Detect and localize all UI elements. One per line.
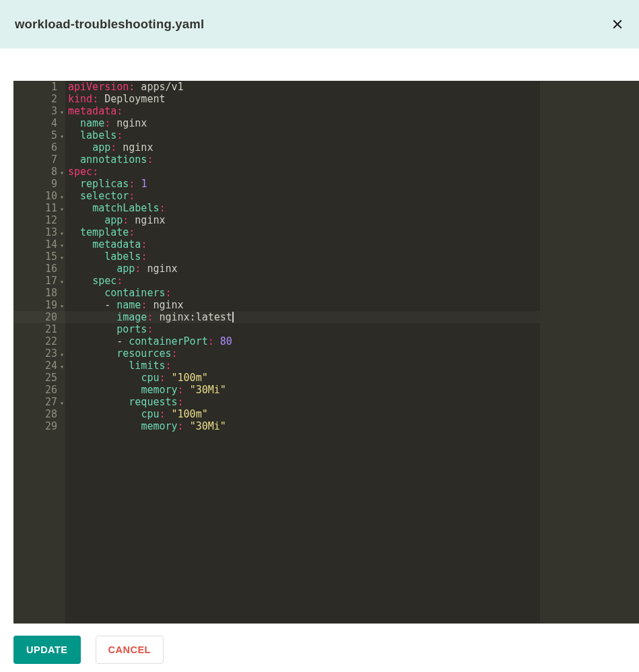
code-line[interactable]: ports: bbox=[65, 323, 540, 335]
line-number[interactable]: 13▾ bbox=[13, 226, 65, 238]
line-number[interactable]: 18 bbox=[13, 287, 65, 299]
code-line[interactable]: image: nginx:latest bbox=[65, 311, 540, 323]
dialog-title: workload-troubleshooting.yaml bbox=[15, 17, 204, 32]
code-line[interactable]: template: bbox=[65, 226, 540, 238]
dialog-buttons: UPDATE CANCEL bbox=[0, 624, 639, 664]
code-line[interactable]: containers: bbox=[65, 287, 540, 299]
line-number[interactable]: 28 bbox=[13, 408, 65, 420]
line-number[interactable]: 7 bbox=[13, 154, 65, 166]
line-number[interactable]: 1 bbox=[13, 81, 65, 93]
line-number[interactable]: 10▾ bbox=[13, 190, 65, 202]
text-cursor bbox=[232, 312, 234, 323]
code-line[interactable]: metadata: bbox=[65, 238, 540, 250]
code-area[interactable]: apiVersion: apps/v1kind: Deploymentmetad… bbox=[65, 81, 540, 624]
code-line[interactable]: app: nginx bbox=[65, 141, 540, 154]
line-number[interactable]: 26 bbox=[13, 384, 65, 396]
code-line[interactable]: kind: Deployment bbox=[65, 93, 540, 105]
code-line[interactable]: resources: bbox=[65, 347, 540, 360]
code-line[interactable]: app: nginx bbox=[65, 263, 540, 275]
code-line[interactable]: name: nginx bbox=[65, 117, 540, 129]
code-line[interactable]: replicas: 1 bbox=[65, 178, 540, 190]
line-number[interactable]: 8▾ bbox=[13, 166, 65, 178]
dialog-header: workload-troubleshooting.yaml bbox=[0, 0, 639, 48]
code-line[interactable]: limits: bbox=[65, 360, 540, 372]
code-line[interactable]: - containerPort: 80 bbox=[65, 335, 540, 347]
code-line[interactable]: selector: bbox=[65, 190, 540, 202]
code-line[interactable]: memory: "30Mi" bbox=[65, 384, 540, 396]
code-line[interactable]: spec: bbox=[65, 166, 540, 178]
code-line[interactable]: cpu: "100m" bbox=[65, 408, 540, 420]
line-number[interactable]: 24▾ bbox=[13, 360, 65, 372]
editor-right-margin bbox=[540, 81, 639, 624]
line-number[interactable]: 19▾ bbox=[13, 299, 65, 311]
code-line[interactable]: labels: bbox=[65, 129, 540, 141]
code-line[interactable]: annotations: bbox=[65, 154, 540, 166]
line-number[interactable]: 27▾ bbox=[13, 396, 65, 408]
line-number[interactable]: 15▾ bbox=[13, 250, 65, 263]
line-number[interactable]: 14▾ bbox=[13, 238, 65, 250]
cancel-button[interactable]: CANCEL bbox=[96, 636, 164, 664]
line-number[interactable]: 25 bbox=[13, 372, 65, 384]
editor-container: 123▾45▾678▾910▾11▾1213▾14▾15▾1617▾1819▾2… bbox=[0, 81, 639, 624]
code-line[interactable]: apiVersion: apps/v1 bbox=[65, 81, 540, 93]
code-line[interactable]: app: nginx bbox=[65, 214, 540, 226]
line-number[interactable]: 20 bbox=[13, 311, 65, 323]
update-button[interactable]: UPDATE bbox=[13, 636, 81, 664]
line-number[interactable]: 22 bbox=[13, 335, 65, 347]
code-line[interactable]: requests: bbox=[65, 396, 540, 408]
line-number[interactable]: 29 bbox=[13, 420, 65, 432]
code-line[interactable]: matchLabels: bbox=[65, 202, 540, 214]
code-line[interactable]: - name: nginx bbox=[65, 299, 540, 311]
line-number[interactable]: 11▾ bbox=[13, 202, 65, 214]
line-number[interactable]: 2 bbox=[13, 93, 65, 105]
line-number[interactable]: 9 bbox=[13, 178, 65, 190]
close-icon[interactable] bbox=[611, 18, 624, 31]
line-number[interactable]: 4 bbox=[13, 117, 65, 129]
line-number[interactable]: 17▾ bbox=[13, 275, 65, 287]
line-number[interactable]: 23▾ bbox=[13, 347, 65, 360]
code-line[interactable]: labels: bbox=[65, 250, 540, 263]
code-line[interactable]: metadata: bbox=[65, 105, 540, 117]
line-number[interactable]: 12 bbox=[13, 214, 65, 226]
line-number[interactable]: 3▾ bbox=[13, 105, 65, 117]
code-line[interactable]: memory: "30Mi" bbox=[65, 420, 540, 432]
yaml-editor[interactable]: 123▾45▾678▾910▾11▾1213▾14▾15▾1617▾1819▾2… bbox=[13, 81, 639, 624]
line-number[interactable]: 5▾ bbox=[13, 129, 65, 141]
code-line[interactable]: cpu: "100m" bbox=[65, 372, 540, 384]
line-number-gutter[interactable]: 123▾45▾678▾910▾11▾1213▾14▾15▾1617▾1819▾2… bbox=[13, 81, 65, 624]
line-number[interactable]: 6 bbox=[13, 141, 65, 154]
line-number[interactable]: 21 bbox=[13, 323, 65, 335]
code-line[interactable]: spec: bbox=[65, 275, 540, 287]
line-number[interactable]: 16 bbox=[13, 263, 65, 275]
